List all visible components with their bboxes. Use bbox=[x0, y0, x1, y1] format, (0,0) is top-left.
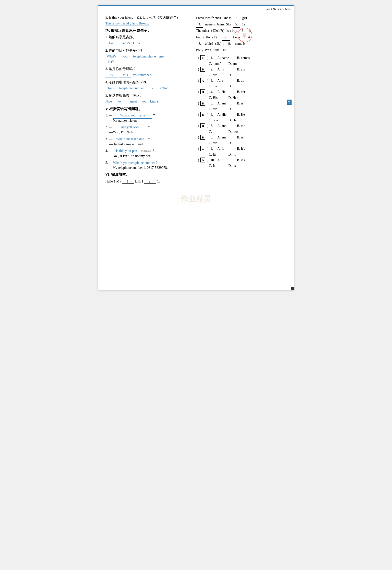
mc-answer-9: C bbox=[200, 146, 205, 151]
mc-opt-7a: A. and bbox=[217, 123, 237, 129]
mc-row-7: （ B ） 7. A. and B. too bbox=[196, 123, 289, 129]
blank10: 10. bbox=[221, 47, 228, 53]
corner-indicator bbox=[291, 287, 294, 290]
mc-opt-5c: C. are bbox=[209, 107, 228, 111]
mc-opt-7c: C. to bbox=[209, 130, 228, 134]
vi-blank1: 1. bbox=[122, 179, 134, 184]
vi-text: Hello！My bbox=[105, 180, 122, 183]
v2-block: 2. — Are you Nick？ —Yes，I'm Nick. bbox=[105, 125, 189, 134]
mc-opt-3a: A. a bbox=[217, 78, 237, 83]
mc-opt-6a: A. His bbox=[217, 112, 237, 117]
mc-num-9: 9. bbox=[210, 146, 217, 151]
mc-opt-8c: C. are bbox=[209, 141, 228, 145]
mc-opt-3b: B. an bbox=[237, 78, 256, 83]
iv5-num: 5. 见到你很高兴，琳达。 bbox=[105, 93, 189, 98]
v2-q: 2. — Are you Nick？ bbox=[105, 125, 189, 130]
mc-opt-10d: D. its bbox=[228, 164, 248, 168]
unit-header: Unit 1 My name's Gina. bbox=[98, 6, 294, 11]
mc-answer-4: D bbox=[200, 89, 205, 94]
mc-num-4: 4. bbox=[210, 89, 217, 95]
mc-opt-3d: D. / bbox=[228, 84, 248, 88]
v4-block: 4. — Is this your pen 抄写精灵？ —No，it isn't… bbox=[105, 148, 189, 158]
stamp: 作业精灵 bbox=[238, 28, 252, 42]
right-column: 作业精灵 I have two friends. One is 3. girl.… bbox=[192, 13, 292, 186]
mc-opt-9d: D. its bbox=[228, 153, 248, 157]
mc-opt-8b: B. is bbox=[237, 135, 256, 140]
iv5-answer: Nice to meet you，Linda. bbox=[105, 99, 189, 104]
q5-block: 5. Is this your friend，Eric Brown？（改为陈述句… bbox=[105, 15, 189, 26]
mc-opt-10b: B. it's bbox=[237, 158, 256, 163]
mc-num-8: 8. bbox=[210, 135, 217, 140]
mc-opt-4c: C. His bbox=[209, 96, 228, 100]
mc-num-2: 2. bbox=[210, 67, 217, 72]
mc-answer-10: A bbox=[200, 158, 205, 162]
mc-sub-6: C. She D. Her bbox=[209, 118, 289, 122]
mc-sub-2: C. are D. / bbox=[209, 73, 289, 77]
mc-opt-10c: C. Its bbox=[209, 164, 228, 168]
mc-opt-9c: C. Its bbox=[209, 153, 228, 157]
mc-opt-2a: A. is bbox=[217, 67, 237, 72]
mc-opt-1c: C. name's bbox=[209, 62, 228, 66]
v3-block: 3. — What's his last name？ —His last nam… bbox=[105, 136, 189, 146]
unit-label: Unit 1 My name's Gina. bbox=[266, 7, 291, 10]
blank5: 5. bbox=[233, 21, 240, 28]
iv3-num: 3. 这是你的号码吗？ bbox=[105, 66, 189, 72]
mc-opt-6b: B. He bbox=[237, 112, 256, 117]
mc-opt-5a: A. am bbox=[217, 101, 237, 106]
section5-title: V. 根据答语写出问题。 bbox=[105, 107, 189, 111]
mc-answer-1: C bbox=[200, 55, 205, 60]
vi-13: 13. bbox=[157, 180, 162, 183]
v5-q: 5. — What's your telephone number？ bbox=[105, 160, 189, 166]
page-number: 17 bbox=[287, 100, 292, 105]
mc-row-8: （ B ） 8. A. am B. is bbox=[196, 135, 289, 140]
iv4-num: 4. 汤姆的电话号码是278-79。 bbox=[105, 80, 189, 85]
mc-sub-5: C. are D. / bbox=[209, 107, 289, 111]
left-column: 5. Is this your friend，Eric Brown？（改为陈述句… bbox=[100, 13, 192, 186]
mc-opt-7d: D. two bbox=[228, 130, 248, 134]
section6-title: VI. 完形填空。 bbox=[105, 172, 189, 177]
q5-answer: This is my friend，Eric Brown. bbox=[105, 21, 189, 26]
mc-opt-2c: C. are bbox=[209, 73, 228, 77]
mc-row-1: （ C ） 1. A. name B. names bbox=[196, 55, 289, 61]
mc-section: （ C ） 1. A. name B. names C. name's D. a… bbox=[196, 55, 289, 168]
mc-opt-2b: B. am bbox=[237, 67, 256, 72]
iv1-num: 1. 她的名字是吉娜。 bbox=[105, 34, 189, 40]
mc-sub-4: C. His D. Her bbox=[209, 96, 289, 100]
mc-sub-9: C. Its D. its bbox=[209, 153, 289, 157]
mc-row-6: （ B ） 6. A. His B. He bbox=[196, 112, 289, 117]
mc-opt-4b: B. her bbox=[237, 89, 256, 95]
mc-answer-6: B bbox=[200, 112, 205, 117]
v5-block: 5. — What's your telephone number？ —My t… bbox=[105, 160, 189, 170]
blank4: 4. bbox=[196, 21, 203, 28]
mc-row-4: （ D ） 4. A. He B. her bbox=[196, 89, 289, 95]
mc-answer-3: A bbox=[200, 78, 205, 83]
iv2-answer: What's your telephone/phone num- ber? bbox=[105, 54, 189, 64]
iv3-answer: Is this your number? bbox=[105, 73, 189, 78]
mc-row-3: （ A ） 3. A. a B. an bbox=[196, 78, 289, 83]
vi-section: Hello！My 1. Bill. I 2. 13. bbox=[105, 179, 189, 184]
mc-answer-5: B bbox=[200, 101, 205, 106]
mc-num-6: 6. bbox=[210, 112, 217, 117]
vi-blank2: 2. bbox=[144, 179, 156, 184]
mc-sub-10: C. Its D. its bbox=[209, 164, 289, 168]
iv4-block: 4. 汤姆的电话号码是278-79。 Tom's telephone numbe… bbox=[105, 80, 189, 91]
mc-opt-8d: D. / bbox=[228, 141, 248, 145]
mc-opt-1b: B. names bbox=[237, 55, 256, 61]
content-area: 5. Is this your friend，Eric Brown？（改为陈述句… bbox=[98, 13, 294, 186]
mc-opt-6c: C. She bbox=[209, 118, 228, 122]
mc-num-7: 7. bbox=[210, 123, 217, 129]
mc-opt-5b: B. is bbox=[237, 101, 256, 106]
mc-row-2: （ B ） 2. A. is B. am bbox=[196, 67, 289, 72]
mc-answer-7: B bbox=[200, 123, 205, 128]
mc-row-5: （ B ） 5. A. am B. is bbox=[196, 101, 289, 106]
blank3: 3. bbox=[233, 15, 240, 21]
mc-answer-2: B bbox=[200, 67, 205, 72]
iv2-block: 2. 你的电话号码是多少？ What's your telephone/phon… bbox=[105, 48, 189, 64]
bottom-watermark: 作业精灵 bbox=[180, 194, 212, 205]
blank7: 7. bbox=[222, 34, 230, 41]
v1-block: 1. — What's your name？ —My name's Helen. bbox=[105, 113, 189, 122]
v1-q: 1. — What's your name？ bbox=[105, 113, 189, 118]
mc-opt-9b: B. It's bbox=[237, 146, 256, 151]
blank8: 8. bbox=[196, 41, 203, 47]
mc-num-10: 10. bbox=[210, 158, 217, 163]
